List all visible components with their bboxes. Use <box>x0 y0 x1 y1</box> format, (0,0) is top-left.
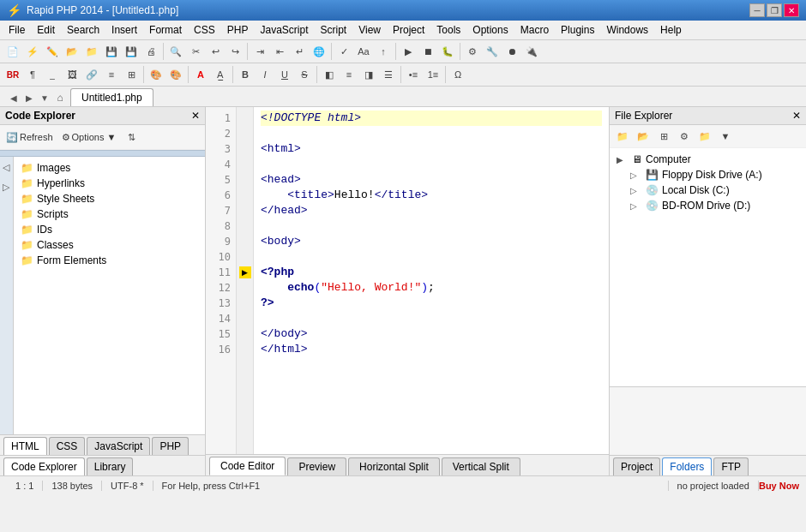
find-button[interactable]: 🔍 <box>166 42 185 61</box>
color-btn[interactable]: 🎨 <box>147 65 165 84</box>
fe-up-btn[interactable]: 📂 <box>634 127 653 146</box>
outdent-button[interactable]: ⇤ <box>270 42 289 61</box>
code-editor[interactable]: <!DOCTYPE html> <html> <head> <title>Hel… <box>254 107 609 454</box>
tag-btn[interactable]: BR <box>3 65 22 84</box>
ce-tab-js[interactable]: JavaScript <box>87 437 150 455</box>
strikethrough-button[interactable]: S <box>295 65 314 84</box>
menu-tools[interactable]: Tools <box>431 22 466 38</box>
menu-script[interactable]: Script <box>316 22 352 38</box>
align-justify[interactable]: ☰ <box>379 65 398 84</box>
menu-php[interactable]: PHP <box>222 22 254 38</box>
menu-windows[interactable]: Windows <box>601 22 653 38</box>
tree-item-stylesheets[interactable]: 📁 Style Sheets <box>17 191 202 206</box>
undo-button[interactable]: ↩ <box>206 42 225 61</box>
indent-button[interactable]: ⇥ <box>250 42 269 61</box>
nav-home[interactable]: ⌂ <box>53 91 67 105</box>
ce-panel-tab-library[interactable]: Library <box>87 457 134 475</box>
tree-item-hyperlinks[interactable]: 📁 Hyperlinks <box>17 176 202 191</box>
ce-refresh-btn[interactable]: 🔄 Refresh <box>3 131 56 144</box>
save-all-button[interactable]: 💾 <box>122 42 141 61</box>
ce-tab-php[interactable]: PHP <box>152 437 189 455</box>
ce-tab-html[interactable]: HTML <box>3 437 47 455</box>
list-btn[interactable]: ≡ <box>102 65 121 84</box>
close-button[interactable]: ✕ <box>784 3 799 17</box>
menu-edit[interactable]: Edit <box>32 22 60 38</box>
tree-item-ids[interactable]: 📁 IDs <box>17 222 202 237</box>
tools-button[interactable]: 🔧 <box>483 42 502 61</box>
nav-back[interactable]: ◀ <box>7 91 21 105</box>
print-button[interactable]: 🖨 <box>141 42 160 61</box>
ce-close-btn[interactable]: ✕ <box>191 110 200 122</box>
ce-expand-btn[interactable]: ▷ <box>0 180 14 194</box>
menu-plugins[interactable]: Plugins <box>556 22 599 38</box>
fe-item-bd[interactable]: ▷ 💿 BD-ROM Drive (D:) <box>613 198 803 213</box>
underline-button[interactable]: U <box>275 65 294 84</box>
align-left[interactable]: ◧ <box>320 65 339 84</box>
menu-view[interactable]: View <box>353 22 386 38</box>
menu-file[interactable]: File <box>3 22 30 38</box>
editor-tab-preview[interactable]: Preview <box>287 457 346 475</box>
align-center[interactable]: ≡ <box>340 65 358 84</box>
fe-item-floppy[interactable]: ▷ 💾 Floppy Disk Drive (A:) <box>613 167 803 182</box>
special-btn[interactable]: Ω <box>448 65 467 84</box>
editor-tab-hsplit[interactable]: Horizontal Split <box>348 457 440 475</box>
img-btn[interactable]: 🖼 <box>63 65 81 84</box>
fe-refresh-btn[interactable]: 📁 <box>695 127 714 146</box>
fe-tab-folders[interactable]: Folders <box>662 457 712 475</box>
table-btn[interactable]: ⊞ <box>122 65 141 84</box>
tree-item-images[interactable]: 📁 Images <box>17 160 202 176</box>
list-ul[interactable]: •≡ <box>404 65 423 84</box>
ce-sort-btn[interactable]: ⇅ <box>122 128 141 146</box>
stop-button[interactable]: ⏹ <box>418 42 437 61</box>
edit-button[interactable]: ✏️ <box>43 42 62 61</box>
fe-item-local-c[interactable]: ▷ 💿 Local Disk (C:) <box>613 182 803 198</box>
menu-macro[interactable]: Macro <box>515 22 554 38</box>
validate-button[interactable]: ✓ <box>334 42 353 61</box>
fe-tab-ftp[interactable]: FTP <box>713 457 749 475</box>
font-color-btn[interactable]: A <box>191 65 210 84</box>
menu-javascript[interactable]: JavaScript <box>255 22 313 38</box>
menu-format[interactable]: Format <box>144 22 187 38</box>
menu-options[interactable]: Options <box>467 22 513 38</box>
new-button[interactable]: 📄 <box>3 42 22 61</box>
save-button[interactable]: 💾 <box>102 42 121 61</box>
editor-tab-code[interactable]: Code Editor <box>209 457 286 475</box>
fe-item-computer[interactable]: ▶ 🖥 Computer <box>613 152 803 167</box>
menu-search[interactable]: Search <box>62 22 105 38</box>
minimize-button[interactable]: ─ <box>749 3 765 17</box>
nav-forward[interactable]: ▶ <box>22 91 36 105</box>
bold-button[interactable]: B <box>236 65 255 84</box>
redo-button[interactable]: ↪ <box>226 42 244 61</box>
ce-panel-tab-explorer[interactable]: Code Explorer <box>3 457 85 475</box>
menu-project[interactable]: Project <box>388 22 430 38</box>
tree-item-scripts[interactable]: 📁 Scripts <box>17 206 202 222</box>
para-btn[interactable]: ¶ <box>23 65 42 84</box>
tree-item-classes[interactable]: 📁 Classes <box>17 237 202 253</box>
fe-dropdown-btn[interactable]: ▼ <box>716 127 735 146</box>
list-ol[interactable]: 1≡ <box>424 65 442 84</box>
bgcolor-btn[interactable]: 🎨 <box>166 65 185 84</box>
ce-options-btn[interactable]: ⚙ Options ▼ <box>59 131 119 144</box>
bolt-button[interactable]: ⚡ <box>23 42 42 61</box>
font-highlight-btn[interactable]: A̲ <box>211 65 230 84</box>
menu-css[interactable]: CSS <box>189 22 220 38</box>
nbsp-btn[interactable]: _ <box>43 65 62 84</box>
run-button[interactable]: ▶ <box>399 42 418 61</box>
wrap-button[interactable]: ↵ <box>290 42 309 61</box>
open2-button[interactable]: 📁 <box>82 42 101 61</box>
ce-collapse-btn[interactable]: ◁ <box>0 160 14 175</box>
nav-menu[interactable]: ▼ <box>38 91 51 105</box>
macro-button[interactable]: ⏺ <box>502 42 521 61</box>
tree-item-form-elements[interactable]: 📁 Form Elements <box>17 253 202 268</box>
file-tab-untitled[interactable]: Untitled1.php <box>70 88 153 106</box>
ce-tab-css[interactable]: CSS <box>49 437 86 455</box>
restore-button[interactable]: ❐ <box>767 3 782 17</box>
menu-help[interactable]: Help <box>655 22 687 38</box>
fe-close-btn[interactable]: ✕ <box>792 110 801 122</box>
link-btn[interactable]: 🔗 <box>82 65 101 84</box>
fe-options-btn[interactable]: ⚙ <box>675 127 694 146</box>
italic-button[interactable]: I <box>256 65 274 84</box>
fe-view-btn[interactable]: ⊞ <box>654 127 673 146</box>
options-button[interactable]: ⚙ <box>463 42 482 61</box>
plugin-button[interactable]: 🔌 <box>522 42 541 61</box>
